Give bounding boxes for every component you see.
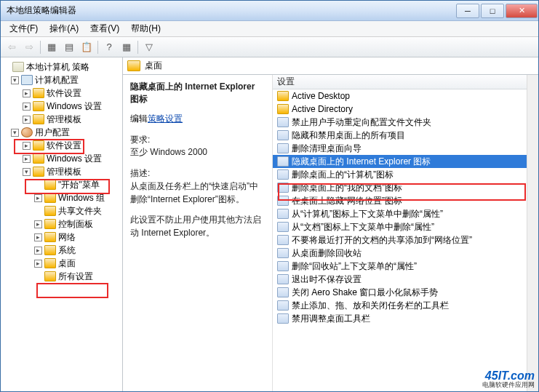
list-item[interactable]: 不要将最近打开的文档的共享添加到“网络位置” <box>273 233 538 247</box>
menu-help[interactable]: 帮助(H) <box>125 21 167 36</box>
menu-file[interactable]: 文件(F) <box>4 21 44 36</box>
tree-control-panel[interactable]: ▸控制面板 <box>2 217 121 231</box>
scrollbar[interactable] <box>527 75 538 391</box>
expand-icon[interactable]: ▸ <box>34 260 42 268</box>
list-item[interactable]: 删除“回收站”上下文菜单的“属性” <box>273 260 538 273</box>
list-item[interactable]: 在桌面上隐藏“网络位置”图标 <box>273 194 538 207</box>
expand-icon[interactable]: ▸ <box>23 142 31 150</box>
policy-icon <box>12 62 24 72</box>
description-text-2: 此设置不防止用户使用其他方法启动 Internet Explorer。 <box>130 213 265 239</box>
tree-user-admin[interactable]: ▾管理模板 <box>2 165 121 178</box>
list-item[interactable]: 隐藏桌面上的 Internet Explorer 图标 <box>273 155 538 168</box>
list-item-label: 删除清理桌面向导 <box>292 143 362 155</box>
folder-icon <box>44 206 56 216</box>
setting-icon <box>277 183 289 193</box>
separator <box>97 41 98 54</box>
folder-icon <box>44 245 56 255</box>
menu-view[interactable]: 查看(V) <box>84 21 125 36</box>
expand-icon[interactable]: ▸ <box>34 247 42 255</box>
list-item[interactable]: 禁用调整桌面工具栏 <box>273 312 538 325</box>
collapse-icon[interactable]: ▾ <box>11 76 19 84</box>
tree-comp-admin[interactable]: ▸管理模板 <box>2 113 121 126</box>
list-item[interactable]: 禁止添加、拖、放和关闭任务栏的工具栏 <box>273 299 538 312</box>
folder-icon <box>33 88 44 98</box>
filter-icon[interactable]: ▽ <box>141 39 157 55</box>
tree-user-config[interactable]: ▾用户配置 <box>2 126 121 139</box>
expand-icon[interactable]: ▸ <box>34 220 42 228</box>
list-item[interactable]: 删除桌面上的“计算机”图标 <box>273 168 538 181</box>
list-column-header[interactable]: 设置 <box>273 75 538 89</box>
tree-root[interactable]: 本地计算机 策略 <box>2 60 121 73</box>
list-item-label: 从“计算机”图标上下文菜单中删除“属性” <box>292 208 443 220</box>
minimize-button[interactable]: ─ <box>456 4 479 18</box>
tree-comp-windows[interactable]: ▸Windows 设置 <box>2 100 121 113</box>
expand-icon[interactable]: ▸ <box>23 116 31 124</box>
tree-all-settings[interactable]: 所有设置 <box>2 270 121 283</box>
expand-icon[interactable]: ▸ <box>34 233 42 241</box>
expand-icon[interactable]: ▸ <box>23 155 31 163</box>
window-title: 本地组策略编辑器 <box>7 4 455 17</box>
tree-system[interactable]: ▸系统 <box>2 244 121 257</box>
list-item[interactable]: 删除桌面上的“我的文档”图标 <box>273 181 538 194</box>
setting-icon <box>277 222 289 232</box>
list-item[interactable]: 关闭 Aero Shake 窗口最小化鼠标手势 <box>273 286 538 299</box>
setting-icon <box>277 235 289 245</box>
tree-comp-software[interactable]: ▸软件设置 <box>2 87 121 100</box>
toolbar-icon-3[interactable]: 📋 <box>79 39 95 55</box>
list-item-label: 隐藏桌面上的 Internet Explorer 图标 <box>292 156 431 168</box>
toolbar-icon-4[interactable]: ▦ <box>119 39 135 55</box>
folder-icon <box>33 114 44 124</box>
list-item[interactable]: 禁止用户手动重定向配置文件文件夹 <box>273 116 538 129</box>
watermark: 45IT.com 电脑软硬件应用网 <box>482 369 535 389</box>
setting-icon <box>277 196 289 206</box>
toolbar-icon-2[interactable]: ▤ <box>61 39 77 55</box>
list-item-label: 不要将最近打开的文档的共享添加到“网络位置” <box>292 234 472 247</box>
list-item-label: 删除桌面上的“我的文档”图标 <box>292 182 402 194</box>
folder-icon <box>44 193 56 203</box>
collapse-icon[interactable]: ▾ <box>23 168 31 176</box>
policy-link[interactable]: 策略设置 <box>148 113 183 124</box>
list-item[interactable]: Active Desktop <box>273 89 538 103</box>
tree-shared[interactable]: 共享文件夹 <box>2 204 121 217</box>
close-button[interactable]: ✕ <box>506 4 538 18</box>
toolbar-icon-1[interactable]: ▦ <box>44 39 60 55</box>
menu-action[interactable]: 操作(A) <box>44 21 84 36</box>
list-item-label: 关闭 Aero Shake 窗口最小化鼠标手势 <box>292 287 438 299</box>
help-icon[interactable]: ? <box>101 39 117 55</box>
list-item[interactable]: 删除清理桌面向导 <box>273 142 538 155</box>
expand-icon[interactable]: ▸ <box>23 103 31 111</box>
back-icon: ⇦ <box>4 39 20 55</box>
collapse-icon[interactable]: ▾ <box>11 129 19 137</box>
list-pane: 设置 Active DesktopActive Directory禁止用户手动重… <box>273 75 538 391</box>
list-item[interactable]: 从“计算机”图标上下文菜单中删除“属性” <box>273 207 538 220</box>
expand-icon[interactable]: ▸ <box>34 194 42 202</box>
list-item[interactable]: 从“文档”图标上下文菜单中删除“属性” <box>273 220 538 233</box>
tree-user-windows[interactable]: ▸Windows 设置 <box>2 152 121 165</box>
setting-icon <box>277 313 289 324</box>
list-item[interactable]: 从桌面删除回收站 <box>273 247 538 260</box>
tree-pane: 本地计算机 策略 ▾计算机配置 ▸软件设置 ▸Windows 设置 ▸管理模板 … <box>1 57 123 391</box>
list-item-label: 退出时不保存设置 <box>292 273 362 286</box>
setting-icon <box>277 130 289 140</box>
folder-icon <box>44 180 56 190</box>
content-header: 桌面 <box>123 57 538 75</box>
folder-icon <box>277 104 289 114</box>
computer-icon <box>21 75 33 85</box>
tree-windows-comp[interactable]: ▸Windows 组 <box>2 191 121 204</box>
setting-icon <box>277 169 289 180</box>
expand-icon[interactable]: ▸ <box>23 89 31 97</box>
maximize-button[interactable]: □ <box>481 4 504 18</box>
tree-computer-config[interactable]: ▾计算机配置 <box>2 73 121 87</box>
titlebar[interactable]: 本地组策略编辑器 ─ □ ✕ <box>1 1 538 21</box>
tree-start-menu[interactable]: "开始"菜单 <box>2 178 121 191</box>
setting-heading: 隐藏桌面上的 Internet Explorer 图标 <box>130 81 265 105</box>
tree-network[interactable]: ▸网络 <box>2 231 121 244</box>
list-item[interactable]: 退出时不保存设置 <box>273 273 538 286</box>
list-item[interactable]: Active Directory <box>273 103 538 116</box>
tree-desktop[interactable]: ▸桌面 <box>2 257 121 270</box>
list-item[interactable]: 隐藏和禁用桌面上的所有项目 <box>273 129 538 142</box>
setting-icon <box>277 209 289 219</box>
tree-user-software[interactable]: ▸软件设置 <box>2 139 121 152</box>
list-item-label: 隐藏和禁用桌面上的所有项目 <box>292 129 405 142</box>
folder-icon <box>44 258 56 268</box>
